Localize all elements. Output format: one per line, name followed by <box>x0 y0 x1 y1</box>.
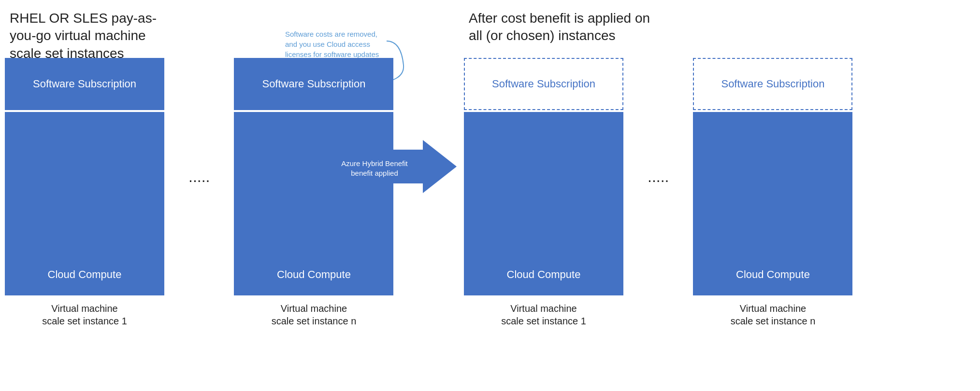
right-compute-box-1: Cloud Compute <box>464 112 623 295</box>
right-vm-column-1: Software Subscription Cloud Compute Virt… <box>464 58 623 327</box>
hybrid-benefit-arrow: Azure Hybrid Benefit benefit applied <box>331 140 457 193</box>
right-vm-label-2: Virtual machine scale set instance n <box>731 302 816 327</box>
left-vm-label-1: Virtual machine scale set instance 1 <box>42 302 127 327</box>
left-ellipsis: ..... <box>184 58 215 295</box>
diagram-container: RHEL OR SLES pay-as-you-go virtual machi… <box>0 0 980 391</box>
right-title: After cost benefit is applied on all (or… <box>469 10 652 45</box>
svg-text:Azure Hybrid Benefit: Azure Hybrid Benefit <box>341 159 408 168</box>
right-software-box-2: Software Subscription <box>693 58 852 110</box>
right-software-box-1: Software Subscription <box>464 58 623 110</box>
right-columns-group: Software Subscription Cloud Compute Virt… <box>464 58 852 327</box>
left-software-box-2: Software Subscription <box>234 58 393 110</box>
left-compute-box-1: Cloud Compute <box>5 112 164 295</box>
right-vm-label-1: Virtual machine scale set instance 1 <box>501 302 586 327</box>
left-vm-label-2: Virtual machine scale set instance n <box>272 302 357 327</box>
right-vm-column-2: Software Subscription Cloud Compute Virt… <box>693 58 852 327</box>
svg-text:benefit applied: benefit applied <box>351 169 398 177</box>
right-ellipsis: ..... <box>643 58 674 295</box>
left-software-box-1: Software Subscription <box>5 58 164 110</box>
right-compute-box-2: Cloud Compute <box>693 112 852 295</box>
left-title: RHEL OR SLES pay-as-you-go virtual machi… <box>10 10 164 62</box>
left-vm-column-1: Software Subscription Cloud Compute Virt… <box>5 58 164 327</box>
left-compute-box-2: Cloud Compute <box>234 112 393 295</box>
